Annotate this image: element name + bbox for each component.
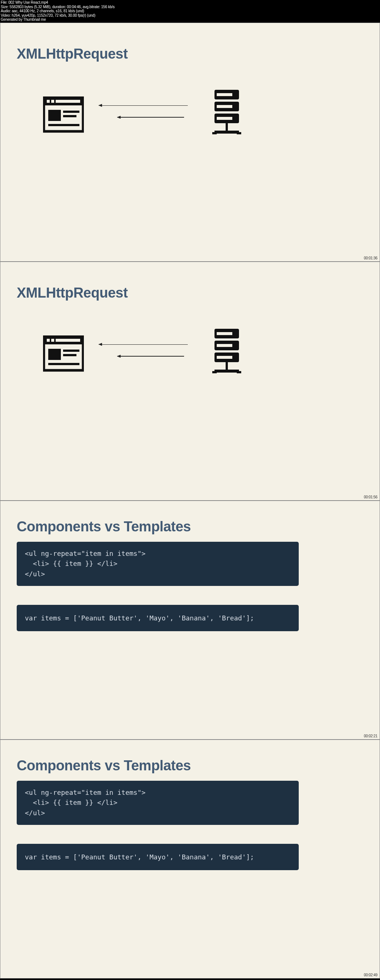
- arrows: [99, 344, 188, 368]
- meta-file: File: 002 Why Use React.mp4: [1, 0, 379, 5]
- thumbnail-4: Components vs Templates <ul ng-repeat="i…: [0, 740, 380, 978]
- svg-rect-15: [226, 123, 228, 131]
- code-block-template: <ul ng-repeat="item in items"> <li> {{ i…: [17, 781, 299, 825]
- meta-video: Video: h264, yuv420p, 1152x720, 72 kb/s,…: [1, 13, 379, 18]
- svg-rect-5: [48, 110, 61, 121]
- svg-rect-31: [217, 344, 232, 347]
- timestamp: 00:02:21: [364, 734, 377, 738]
- arrow-left-icon: [99, 105, 188, 106]
- svg-rect-16: [215, 130, 239, 134]
- browser-icon: [43, 97, 84, 135]
- svg-rect-35: [215, 369, 239, 372]
- svg-rect-26: [63, 354, 76, 356]
- thumbnail-3: Components vs Templates <ul ng-repeat="i…: [0, 501, 380, 740]
- metadata-header: File: 002 Why Use React.mp4 Size: 558280…: [0, 0, 380, 22]
- svg-rect-34: [226, 362, 228, 370]
- meta-size: Size: 5582803 bytes (5.32 MiB), duration…: [1, 5, 379, 9]
- slide-title: XMLHttpRequest: [17, 285, 128, 301]
- arrow-left-icon: [117, 356, 184, 356]
- svg-rect-17: [212, 132, 217, 134]
- server-icon: [210, 329, 243, 380]
- timestamp: 00:01:56: [364, 495, 377, 499]
- code-block-data: var items = ['Peanut Butter', 'Mayo', 'B…: [17, 605, 299, 632]
- svg-rect-3: [51, 100, 54, 103]
- svg-rect-24: [48, 349, 61, 360]
- slide-title: XMLHttpRequest: [17, 46, 128, 62]
- svg-rect-25: [63, 350, 79, 352]
- svg-rect-36: [212, 371, 217, 373]
- svg-rect-37: [237, 371, 241, 373]
- thumbnail-2: XMLHttpRequest: [0, 262, 380, 501]
- slide-title: Components vs Templates: [17, 758, 191, 774]
- thumbnail-1: XMLHttpRequest: [0, 22, 380, 262]
- svg-rect-18: [237, 132, 241, 134]
- svg-rect-22: [51, 339, 54, 342]
- slide-title: Components vs Templates: [17, 519, 191, 535]
- svg-rect-29: [217, 332, 232, 335]
- svg-rect-33: [217, 356, 232, 359]
- meta-generator: Generated by Thumbnail me: [1, 18, 379, 22]
- svg-rect-7: [63, 115, 76, 117]
- svg-rect-4: [56, 100, 80, 103]
- server-icon: [210, 90, 243, 142]
- svg-rect-12: [217, 105, 232, 108]
- code-block-template: <ul ng-repeat="item in items"> <li> {{ i…: [17, 542, 299, 586]
- arrow-left-icon: [117, 117, 184, 118]
- meta-audio: Audio: aac, 44100 Hz, 2 channels, s16, 8…: [1, 9, 379, 13]
- svg-rect-23: [56, 339, 80, 342]
- svg-rect-27: [48, 363, 79, 365]
- svg-rect-8: [48, 124, 79, 126]
- xhr-diagram: [43, 329, 243, 381]
- svg-rect-10: [217, 93, 232, 96]
- arrows: [99, 105, 188, 129]
- svg-rect-2: [47, 100, 50, 103]
- svg-rect-6: [63, 111, 79, 113]
- code-block-data: var items = ['Peanut Butter', 'Mayo', 'B…: [17, 844, 299, 870]
- svg-rect-14: [217, 117, 232, 120]
- arrow-left-icon: [99, 344, 188, 345]
- xhr-diagram: [43, 90, 243, 142]
- timestamp: 00:01:36: [364, 256, 377, 260]
- svg-rect-21: [47, 339, 50, 342]
- timestamp: 00:02:49: [364, 973, 377, 977]
- browser-icon: [43, 336, 84, 374]
